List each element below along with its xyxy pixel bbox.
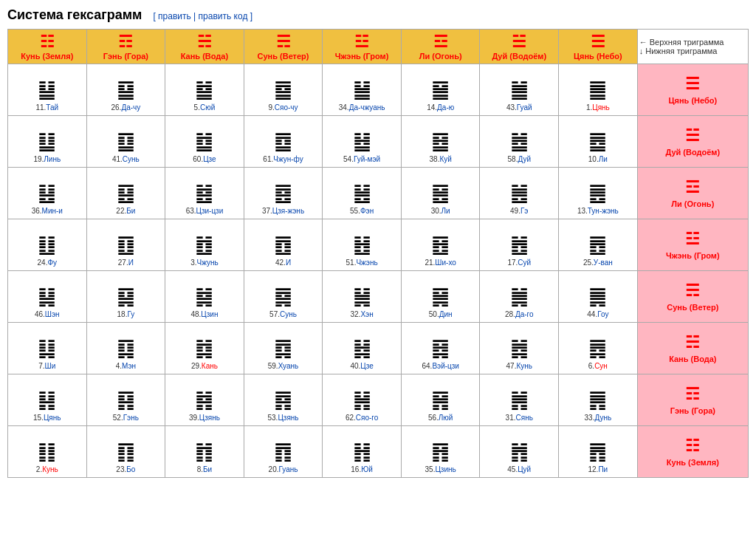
hex-cell: ䷯ 48.Цзин: [165, 271, 244, 323]
hex-cell: ䷘ 25.У-ван: [559, 219, 638, 271]
hex-cell: ䷫ 44.Гоу: [559, 271, 638, 323]
hex-cell: ䷢ 35.Цзинь: [401, 426, 480, 478]
arrow-header-right: ← Верхняя триграмма↓ Нижняя триграмма: [637, 30, 748, 64]
hex-cell: ䷐ 17.Суй: [480, 219, 559, 271]
hex-cell: ䷿ 64.Вэй-цзи: [401, 323, 480, 374]
hex-cell: ䷊ 11.Тай: [8, 64, 87, 116]
hex-cell: ䷺ 59.Хуань: [244, 323, 323, 374]
hexagram-table: ☷Кунь (Земля)☶Гэнь (Гора)☵Кань (Вода)☴Су…: [7, 29, 749, 478]
hex-cell: ䷌ 13.Тун-жэнь: [559, 168, 638, 219]
hex-cell: ䷒ 19.Линь: [8, 116, 87, 168]
hex-cell: ䷃ 4.Мэн: [86, 323, 165, 374]
hex-cell: ䷬ 45.Цуй: [480, 426, 559, 478]
hex-cell: ䷙ 26.Да-чу: [86, 64, 165, 116]
hex-cell: ䷡ 34.Да-чжуань: [323, 64, 402, 116]
hex-cell: ䷛ 28.Да-го: [480, 271, 559, 323]
hex-cell: ䷇ 8.Би: [165, 426, 244, 478]
hex-cell: ䷵ 54.Гуй-мэй: [323, 116, 402, 168]
side-header-7: ☷Кунь (Земля): [637, 426, 748, 478]
hex-cell: ䷶ 55.Фэн: [323, 168, 402, 219]
hex-cell: ䷟ 32.Хэн: [323, 271, 402, 323]
hex-cell: ䷻ 60.Цзе: [165, 116, 244, 168]
hex-cell: ䷁ 2.Кунь: [8, 426, 87, 478]
side-header-6: ☶Гэнь (Гора): [637, 374, 748, 426]
side-header-5: ☵Кань (Вода): [637, 323, 748, 374]
hex-cell: ䷞ 31.Сянь: [480, 374, 559, 426]
hex-cell: ䷼ 61.Чжун-фу: [244, 116, 323, 168]
col-header-4: ☳Чжэнь (Гром): [323, 30, 402, 64]
hex-cell: ䷋ 12.Пи: [559, 426, 638, 478]
edit-link-1[interactable]: править: [158, 11, 191, 21]
hex-cell: ䷖ 23.Бо: [86, 426, 165, 478]
hex-cell: ䷎ 15.Цянь: [8, 374, 87, 426]
side-header-2: ☲Ли (Огонь): [637, 168, 748, 219]
col-header-7: ☰Цянь (Небо): [559, 30, 638, 64]
hex-cell: ䷕ 22.Би: [86, 168, 165, 219]
hex-cell: ䷂ 3.Чжунь: [165, 219, 244, 271]
hex-cell: ䷆ 7.Ши: [8, 323, 87, 374]
side-header-1: ☱Дуй (Водоём): [637, 116, 748, 168]
column-header-row: ☷Кунь (Земля)☶Гэнь (Гора)☵Кань (Вода)☴Су…: [8, 30, 749, 64]
col-header-6: ☱Дуй (Водоём): [480, 30, 559, 64]
hex-cell: ䷓ 20.Гуань: [244, 426, 323, 478]
hex-cell: ䷈ 9.Сяо-чу: [244, 64, 323, 116]
table-row: ䷆ 7.Ши ䷃ 4.Мэн ䷜ 29.Кань ䷺ 59.Хуань ䷧ 40…: [8, 323, 749, 374]
hex-cell: ䷉ 10.Ли: [559, 116, 638, 168]
side-header-4: ☴Сунь (Ветер): [637, 271, 748, 323]
hex-cell: ䷍ 14.Да-ю: [401, 64, 480, 116]
table-row: ䷁ 2.Кунь ䷖ 23.Бо ䷇ 8.Би ䷓ 20.Гуань ䷏ 16.…: [8, 426, 749, 478]
table-row: ䷊ 11.Тай ䷙ 26.Да-чу ䷄ 5.Сюй ䷈ 9.Сяо-чу ䷡…: [8, 64, 749, 116]
col-header-5: ☲Ли (Огонь): [401, 30, 480, 64]
hex-cell: ䷅ 6.Сун: [559, 323, 638, 374]
hex-cell: ䷀ 1.Цянь: [559, 64, 638, 116]
hex-cell: ䷚ 27.И: [86, 219, 165, 271]
hex-cell: ䷮ 47.Кунь: [480, 323, 559, 374]
hex-cell: ䷥ 38.Куй: [401, 116, 480, 168]
hex-cell: ䷑ 18.Гу: [86, 271, 165, 323]
page-title: Система гексаграмм [ править | править к…: [7, 7, 749, 23]
hex-cell: ䷗ 24.Фу: [8, 219, 87, 271]
hex-cell: ䷾ 63.Цзи-цзи: [165, 168, 244, 219]
hex-cell: ䷹ 58.Дуй: [480, 116, 559, 168]
table-row: ䷒ 19.Линь ䷨ 41.Сунь ䷻ 60.Цзе ䷼ 61.Чжун-ф…: [8, 116, 749, 168]
hex-cell: ䷪ 43.Гуай: [480, 64, 559, 116]
hex-cell: ䷔ 21.Ши-хо: [401, 219, 480, 271]
hex-cell: ䷦ 39.Цзянь: [165, 374, 244, 426]
hex-cell: ䷣ 36.Мин-и: [8, 168, 87, 219]
table-row: ䷗ 24.Фу ䷚ 27.И ䷂ 3.Чжунь ䷩ 42.И ䷲ 51.Чжэ…: [8, 219, 749, 271]
side-header-0: ☰Цянь (Небо): [637, 64, 748, 116]
hex-cell: ䷏ 16.Юй: [323, 426, 402, 478]
hex-cell: ䷧ 40.Цзе: [323, 323, 402, 374]
hex-cell: ䷱ 50.Дин: [401, 271, 480, 323]
hex-cell: ䷄ 5.Сюй: [165, 64, 244, 116]
col-header-1: ☶Гэнь (Гора): [86, 30, 165, 64]
table-row: ䷭ 46.Шэн ䷑ 18.Гу ䷯ 48.Цзин ䷸ 57.Сунь ䷟ 3…: [8, 271, 749, 323]
hex-cell: ䷸ 57.Сунь: [244, 271, 323, 323]
hex-cell: ䷲ 51.Чжэнь: [323, 219, 402, 271]
hex-cell: ䷜ 29.Кань: [165, 323, 244, 374]
col-header-2: ☵Кань (Вода): [165, 30, 244, 64]
hex-cell: ䷭ 46.Шэн: [8, 271, 87, 323]
table-row: ䷣ 36.Мин-и ䷕ 22.Би ䷾ 63.Цзи-цзи ䷤ 37.Цзя…: [8, 168, 749, 219]
hex-cell: ䷽ 62.Сяо-го: [323, 374, 402, 426]
hex-cell: ䷠ 33.Дунь: [559, 374, 638, 426]
hex-cell: ䷩ 42.И: [244, 219, 323, 271]
hex-cell: ䷴ 53.Цзянь: [244, 374, 323, 426]
hex-cell: ䷷ 56.Люй: [401, 374, 480, 426]
hex-cell: ䷤ 37.Цзя-жэнь: [244, 168, 323, 219]
hex-cell: ䷝ 30.Ли: [401, 168, 480, 219]
side-header-3: ☳Чжэнь (Гром): [637, 219, 748, 271]
col-header-0: ☷Кунь (Земля): [8, 30, 87, 64]
col-header-3: ☴Сунь (Ветер): [244, 30, 323, 64]
table-row: ䷎ 15.Цянь ䷳ 52.Гэнь ䷦ 39.Цзянь ䷴ 53.Цзян…: [8, 374, 749, 426]
hex-cell: ䷰ 49.Гэ: [480, 168, 559, 219]
hex-cell: ䷳ 52.Гэнь: [86, 374, 165, 426]
hex-cell: ䷨ 41.Сунь: [86, 116, 165, 168]
edit-link-2[interactable]: править код: [199, 11, 248, 21]
